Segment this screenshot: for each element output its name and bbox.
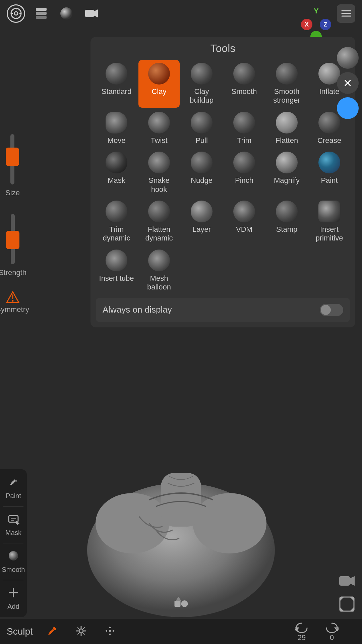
video-icon-top[interactable] bbox=[82, 4, 101, 23]
tool-trim-dynamic[interactable]: Trim dynamic bbox=[96, 198, 137, 246]
tool-insert-primitive[interactable]: Insert primitive bbox=[309, 198, 350, 246]
tool-snake-hook[interactable]: Snake hook bbox=[138, 149, 180, 197]
tool-smooth-stronger-ball bbox=[276, 63, 298, 85]
strength-slider-container: Strength bbox=[0, 214, 26, 277]
tool-inflate-label: Inflate bbox=[319, 87, 340, 96]
tool-stamp[interactable]: Stamp bbox=[266, 198, 307, 246]
tool-smooth[interactable]: Smooth bbox=[224, 60, 265, 108]
tool-stamp-ball bbox=[276, 201, 298, 222]
tool-magnify[interactable]: Magnify bbox=[266, 149, 307, 197]
tool-flatten-dynamic-ball bbox=[148, 201, 170, 222]
strength-slider-thumb[interactable] bbox=[6, 231, 19, 249]
tool-clay-buildup-label: Clay buildup bbox=[182, 87, 221, 105]
mask-icon bbox=[7, 513, 19, 528]
svg-point-1 bbox=[96, 493, 169, 553]
redo-container[interactable]: 0 bbox=[325, 621, 339, 642]
tool-clay-buildup-ball bbox=[191, 63, 213, 85]
smooth-icon bbox=[7, 550, 19, 565]
sculpt-label: Sculpt bbox=[7, 626, 33, 637]
menu-button[interactable] bbox=[337, 4, 355, 23]
primitives-icon[interactable] bbox=[172, 594, 190, 614]
tool-layer-ball bbox=[191, 201, 213, 222]
tool-mask-label: Mask bbox=[108, 176, 125, 185]
layers-icon[interactable] bbox=[32, 4, 50, 23]
target-icon[interactable] bbox=[7, 4, 25, 23]
settings-icon[interactable] bbox=[75, 625, 87, 638]
undo-container[interactable]: 29 bbox=[295, 621, 308, 642]
smooth-tool-label: Smooth bbox=[2, 566, 25, 574]
symmetry-button[interactable]: Symmetry bbox=[0, 290, 29, 314]
paint-tool-label: Paint bbox=[6, 492, 21, 500]
size-slider-container: Size bbox=[5, 134, 20, 197]
tool-move-label: Move bbox=[108, 136, 126, 145]
size-slider-track[interactable] bbox=[10, 134, 14, 184]
tool-nudge[interactable]: Nudge bbox=[181, 149, 222, 197]
svg-point-21 bbox=[12, 300, 13, 302]
tool-vdm[interactable]: VDM bbox=[224, 198, 265, 246]
tool-clay-buildup[interactable]: Clay buildup bbox=[181, 60, 222, 108]
divider-1 bbox=[3, 506, 23, 506]
mask-tool-item[interactable]: Mask bbox=[0, 509, 27, 540]
tool-standard[interactable]: Standard bbox=[96, 60, 137, 108]
material-sphere-small[interactable] bbox=[57, 4, 75, 23]
tool-vdm-ball bbox=[233, 201, 255, 222]
fullscreen-icon[interactable] bbox=[339, 596, 355, 614]
svg-point-32 bbox=[109, 630, 111, 632]
tool-clay[interactable]: Clay bbox=[138, 60, 180, 108]
tool-smooth-stronger[interactable]: Smooth stronger bbox=[266, 60, 307, 108]
svg-rect-33 bbox=[175, 601, 181, 607]
bottom-center-icons bbox=[172, 594, 190, 614]
tool-paint-label: Paint bbox=[321, 176, 338, 185]
close-button[interactable]: ✕ bbox=[337, 72, 359, 94]
tool-insert-tube[interactable]: Insert tube bbox=[96, 247, 137, 294]
tool-move-ball bbox=[106, 112, 127, 133]
svg-point-5 bbox=[14, 12, 18, 15]
svg-marker-15 bbox=[94, 9, 98, 17]
strength-label: Strength bbox=[0, 268, 26, 277]
tool-trim-label: Trim bbox=[237, 136, 251, 145]
tool-twist[interactable]: Twist bbox=[138, 109, 180, 148]
svg-rect-38 bbox=[340, 597, 354, 611]
brush-icon[interactable] bbox=[46, 625, 58, 638]
tool-mask[interactable]: Mask bbox=[96, 149, 137, 197]
tool-nudge-label: Nudge bbox=[191, 176, 213, 185]
add-tool-item[interactable]: Add bbox=[0, 583, 27, 614]
tool-twist-label: Twist bbox=[150, 136, 167, 145]
tool-clay-label: Clay bbox=[152, 87, 166, 96]
mask-tool-label: Mask bbox=[5, 529, 21, 537]
tool-layer[interactable]: Layer bbox=[181, 198, 222, 246]
tool-paint[interactable]: Paint bbox=[309, 149, 350, 197]
svg-rect-10 bbox=[36, 8, 47, 11]
tool-snake-hook-ball bbox=[148, 152, 170, 173]
tool-flatten-ball bbox=[276, 112, 298, 133]
tool-flatten[interactable]: Flatten bbox=[266, 109, 307, 148]
svg-marker-35 bbox=[176, 597, 181, 601]
svg-point-22 bbox=[15, 480, 17, 482]
tool-flatten-dynamic[interactable]: Flatten dynamic bbox=[138, 198, 180, 246]
tool-layer-label: Layer bbox=[192, 225, 211, 234]
size-label: Size bbox=[5, 189, 20, 197]
tool-pinch[interactable]: Pinch bbox=[224, 149, 265, 197]
symmetry-label: Symmetry bbox=[0, 305, 29, 314]
color-picker[interactable] bbox=[337, 97, 359, 119]
paint-tool-item[interactable]: Paint bbox=[0, 473, 27, 503]
tool-smooth-label: Smooth bbox=[232, 87, 257, 96]
transform-icon[interactable] bbox=[104, 625, 116, 638]
size-slider-thumb[interactable] bbox=[6, 148, 19, 166]
tool-standard-label: Standard bbox=[102, 87, 131, 96]
tool-pull[interactable]: Pull bbox=[181, 109, 222, 148]
smooth-tool-item[interactable]: Smooth bbox=[0, 546, 27, 577]
tool-snake-hook-label: Snake hook bbox=[140, 176, 178, 194]
strength-slider-track[interactable] bbox=[11, 214, 15, 264]
tool-move[interactable]: Move bbox=[96, 109, 137, 148]
tool-trim[interactable]: Trim bbox=[224, 109, 265, 148]
tool-mesh-balloon[interactable]: Mesh balloon bbox=[138, 247, 180, 294]
tool-crease-label: Crease bbox=[317, 136, 341, 145]
tool-vdm-label: VDM bbox=[236, 225, 252, 234]
video-record-icon[interactable] bbox=[339, 574, 355, 589]
material-preview[interactable] bbox=[337, 47, 359, 69]
toggle-thumb bbox=[321, 305, 331, 315]
right-panel: ✕ bbox=[337, 47, 359, 119]
always-display-toggle[interactable] bbox=[320, 304, 343, 316]
tools-grid: Standard Clay Clay buildup Smooth Smooth… bbox=[96, 60, 350, 294]
